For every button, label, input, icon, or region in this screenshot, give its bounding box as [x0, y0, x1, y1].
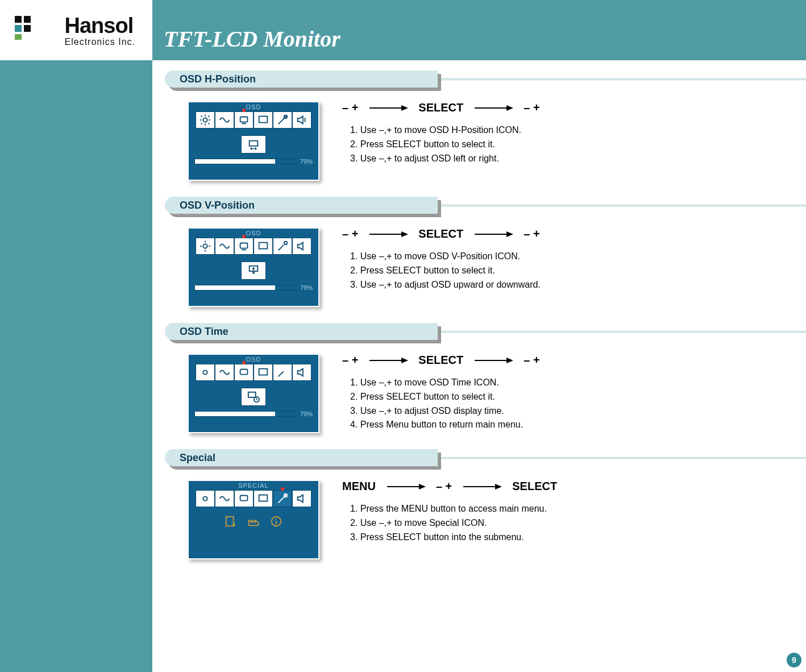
- sound-icon: [292, 111, 311, 128]
- svg-marker-50: [419, 484, 426, 490]
- progress-value: 79%: [300, 284, 313, 291]
- flow-minus-plus: – +: [524, 101, 539, 114]
- adjust-icon: [215, 364, 234, 381]
- section-heading: OSD V-Position: [165, 197, 438, 214]
- osd-panel-label: SPECIAL: [189, 481, 318, 490]
- arrow-icon: [473, 230, 513, 238]
- sound-icon: [292, 238, 311, 255]
- arrow-icon: [368, 230, 408, 238]
- title-bar: TFT-LCD Monitor: [152, 0, 806, 60]
- flow-minus-plus: – +: [342, 354, 358, 367]
- brightness-icon: [196, 238, 215, 255]
- osd-panel-label: OSD: [189, 229, 318, 238]
- step-list: 1. Press the MENU button to access main …: [342, 502, 806, 544]
- svg-rect-10: [242, 123, 246, 125]
- brightness-icon: [196, 490, 215, 507]
- tools-icon: [273, 364, 292, 381]
- section-heading: OSD Time: [165, 323, 438, 340]
- brightness-icon: [196, 364, 215, 381]
- step: 3. Use –,+ to adjust OSD upward or downw…: [350, 278, 806, 292]
- progress-bar: [194, 411, 297, 417]
- step-list: 1. Use –,+ to move OSD H-Position ICON. …: [342, 123, 806, 165]
- svg-rect-13: [250, 141, 258, 146]
- svg-marker-29: [401, 231, 408, 237]
- svg-rect-25: [259, 243, 268, 249]
- svg-rect-24: [242, 250, 246, 251]
- brand-name: Hansol: [65, 14, 134, 38]
- osd-preview-hpos: OSD 79%: [188, 101, 319, 181]
- arrow-icon: [473, 104, 513, 112]
- svg-rect-45: [226, 517, 234, 526]
- osd-preview-time: OSD 79%: [188, 354, 319, 433]
- svg-point-47: [276, 518, 277, 520]
- svg-rect-23: [240, 243, 248, 248]
- step: 3. Use –,+ to adjust OSD left or right.: [350, 152, 806, 166]
- screen-icon: [254, 111, 273, 128]
- brand-sub: Electronics Inc.: [65, 37, 135, 47]
- progress-bar: [194, 159, 297, 164]
- svg-line-8: [209, 116, 210, 117]
- svg-rect-43: [259, 495, 268, 501]
- flow-minus-plus: – +: [524, 227, 539, 240]
- flow-select: SELECT: [418, 227, 463, 240]
- page-title: TFT-LCD Monitor: [164, 26, 340, 52]
- osd-submenu-icon: [234, 490, 254, 507]
- step: 3. Press SELECT button into the submenu.: [350, 530, 806, 545]
- flow-select: SELECT: [418, 101, 463, 114]
- svg-marker-38: [401, 358, 408, 363]
- svg-point-26: [284, 242, 288, 245]
- step: 1. Press the MENU button to access main …: [350, 502, 806, 516]
- vpos-icon: [241, 262, 266, 280]
- svg-line-7: [201, 123, 202, 125]
- osd-preview-special: SPECIAL: [188, 480, 319, 559]
- step: 4. Press Menu button to return main menu…: [350, 418, 806, 432]
- content-area: OSD H-Position OSD 79%: [152, 60, 806, 672]
- svg-rect-48: [276, 521, 277, 524]
- arrow-icon: [368, 356, 408, 364]
- progress-bar: [194, 285, 297, 291]
- sidebar: [0, 0, 152, 672]
- screen-icon: [254, 238, 273, 255]
- step: 1. Use –,+ to move OSD H-Position ICON.: [350, 123, 806, 138]
- step: 2. Press SELECT button to select it.: [350, 390, 806, 404]
- step-list: 1. Use –,+ to move OSD V-Position ICON. …: [342, 250, 806, 292]
- osd-submenu-icon: [234, 364, 254, 381]
- arrow-icon: [473, 356, 513, 364]
- svg-point-18: [203, 244, 207, 248]
- button-flow: – + SELECT – +: [342, 101, 806, 114]
- tools-icon: [273, 490, 292, 507]
- svg-marker-17: [506, 105, 513, 111]
- osd-submenu-icon: [234, 238, 254, 255]
- arrow-icon: [368, 104, 408, 112]
- arrow-icon: [386, 483, 426, 491]
- osd-tab-row: [189, 111, 318, 128]
- flow-minus-plus: – +: [342, 101, 358, 114]
- arrow-icon: [462, 483, 502, 491]
- osd-preview-vpos: OSD 79%: [188, 227, 319, 307]
- recall-icon: [225, 515, 237, 528]
- adjust-icon: [215, 238, 234, 255]
- adjust-icon: [215, 490, 234, 507]
- button-flow: – + SELECT – +: [342, 227, 806, 240]
- svg-rect-9: [240, 117, 248, 122]
- osd-panel-label: OSD: [189, 355, 318, 364]
- svg-point-32: [203, 370, 207, 374]
- screen-icon: [254, 490, 273, 507]
- section-heading: Special: [165, 449, 438, 466]
- flow-minus-plus: – +: [342, 227, 358, 240]
- step: 2. Press SELECT button to select it.: [350, 138, 806, 152]
- page-number-badge: 9: [787, 653, 801, 667]
- flow-menu: MENU: [342, 480, 376, 493]
- svg-marker-31: [506, 231, 513, 237]
- step: 2. Press SELECT button to select it.: [350, 264, 806, 278]
- svg-rect-33: [240, 370, 248, 375]
- step: 1. Use –,+ to move OSD V-Position ICON.: [350, 250, 806, 264]
- brand-mark-icon: [15, 16, 35, 40]
- progress-value: 79%: [300, 410, 313, 417]
- step: 2. Use –,+ to move Special ICON.: [350, 516, 806, 530]
- osd-submenu-icon: [234, 111, 254, 128]
- tools-icon: [273, 238, 292, 255]
- tools-icon: [273, 111, 292, 128]
- section-heading: OSD H-Position: [165, 70, 438, 88]
- flow-select: SELECT: [512, 480, 557, 493]
